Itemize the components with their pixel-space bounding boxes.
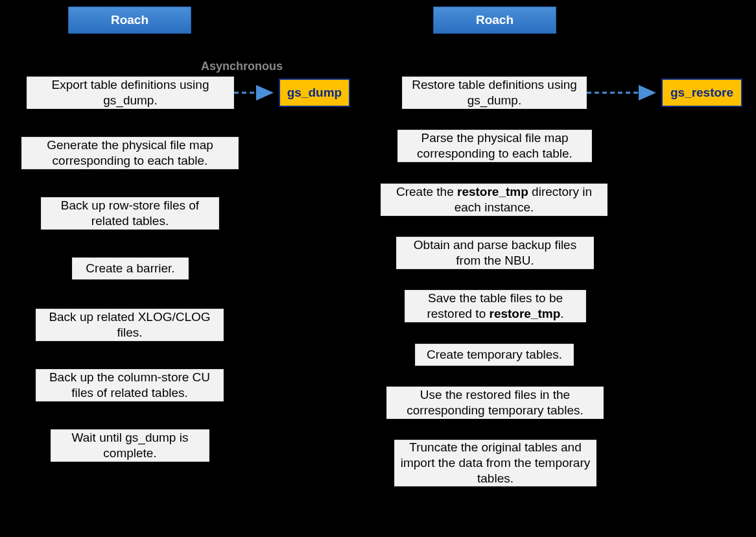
left-step-3-text: Back up row-store files of related table… xyxy=(45,198,215,229)
gs-restore-text: gs_restore xyxy=(670,86,733,100)
right-step-5-text: Save the table files to be restored to r… xyxy=(409,291,582,322)
right-step-2: Parse the physical file map correspondin… xyxy=(397,130,592,162)
left-step-7: Wait until gs_dump is complete. xyxy=(51,429,209,462)
left-step-4: Create a barrier. xyxy=(72,257,189,280)
right-step-5: Save the table files to be restored to r… xyxy=(405,290,586,322)
left-step-7-text: Wait until gs_dump is complete. xyxy=(55,430,205,461)
arrow-to-gsrestore xyxy=(587,88,662,98)
right-roach-header: Roach xyxy=(433,6,556,34)
gs-dump-text: gs_dump xyxy=(287,86,342,100)
left-step-6-text: Back up the column-store CU files of rel… xyxy=(40,370,219,401)
right-step-1: Restore table definitions using gs_dump. xyxy=(402,77,587,109)
right-step-8: Truncate the original tables and import … xyxy=(394,440,597,486)
right-roach-header-text: Roach xyxy=(476,13,514,27)
left-step-2: Generate the physical file map correspon… xyxy=(21,137,239,169)
left-step-5: Back up related XLOG/CLOG files. xyxy=(36,309,224,341)
left-step-1: Export table definitions using gs_dump. xyxy=(27,77,234,109)
right-step-1-text: Restore table definitions using gs_dump. xyxy=(407,77,582,108)
right-step-4: Obtain and parse backup files from the N… xyxy=(396,237,594,269)
async-label: Asynchronous xyxy=(201,60,283,73)
left-roach-header-text: Roach xyxy=(111,13,148,27)
left-step-2-text: Generate the physical file map correspon… xyxy=(26,137,234,169)
right-step-6-text: Create temporary tables. xyxy=(427,347,562,363)
left-step-5-text: Back up related XLOG/CLOG files. xyxy=(40,309,219,340)
left-step-6: Back up the column-store CU files of rel… xyxy=(36,369,224,401)
left-step-3: Back up row-store files of related table… xyxy=(41,197,219,230)
right-step-3-text: Create the restore_tmp directory in each… xyxy=(385,184,603,215)
right-step-7: Use the restored files in the correspond… xyxy=(386,387,604,419)
left-step-1-text: Export table definitions using gs_dump. xyxy=(31,77,230,108)
left-roach-header: Roach xyxy=(68,6,191,34)
right-step-8-text: Truncate the original tables and import … xyxy=(399,440,592,486)
right-step-3: Create the restore_tmp directory in each… xyxy=(381,184,608,216)
gs-dump-box: gs_dump xyxy=(279,78,350,107)
gs-restore-box: gs_restore xyxy=(661,78,742,107)
right-step-7-text: Use the restored files in the correspond… xyxy=(391,387,599,418)
right-step-4-text: Obtain and parse backup files from the N… xyxy=(401,237,589,268)
right-step-2-text: Parse the physical file map correspondin… xyxy=(402,130,587,161)
arrow-to-gsdump xyxy=(234,88,279,98)
right-step-6: Create temporary tables. xyxy=(415,344,574,366)
left-step-4-text: Create a barrier. xyxy=(86,261,174,276)
